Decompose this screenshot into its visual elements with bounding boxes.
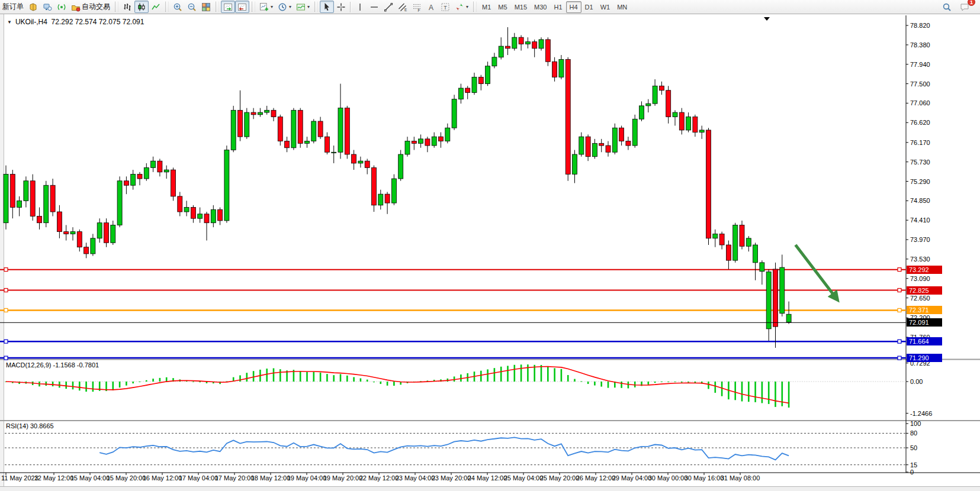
time-axis-label: 26 May 12:00 xyxy=(576,474,616,482)
vline-icon xyxy=(355,2,365,12)
arrows-button[interactable]: ▾ xyxy=(452,1,471,13)
price-tick-label: 75.290 xyxy=(910,178,930,185)
template-icon xyxy=(296,2,306,12)
toolbar-right-icons: 1 xyxy=(940,1,980,13)
dropdown-caret-icon[interactable]: ▾ xyxy=(271,4,273,9)
price-tag-72.091: 72.091 xyxy=(907,318,942,327)
line-handle[interactable] xyxy=(898,268,901,272)
new-chart-button[interactable]: ▾ xyxy=(257,1,275,13)
trendline-button[interactable] xyxy=(381,1,396,13)
timeframe-m30-button[interactable]: M30 xyxy=(531,1,550,13)
dropdown-caret-icon[interactable]: ▾ xyxy=(289,4,291,9)
price-tick-label: 73.530 xyxy=(910,256,930,263)
chart-shift-button[interactable] xyxy=(235,1,249,13)
auto-scroll-button[interactable] xyxy=(221,1,235,13)
line-handle[interactable] xyxy=(4,340,8,343)
chat-button[interactable]: 1 xyxy=(957,1,972,13)
chevron-down-icon[interactable]: ▼ xyxy=(7,20,12,25)
toolbar-separator xyxy=(350,2,351,12)
time-axis-label: 17 May 04:00 xyxy=(179,474,219,482)
toolbar-grip[interactable] xyxy=(115,2,118,12)
timeframe-mn-button[interactable]: MN xyxy=(613,1,631,13)
price-tick-label: 77.500 xyxy=(910,80,930,88)
toolbar-grip[interactable] xyxy=(314,2,318,12)
line-handle[interactable] xyxy=(4,289,8,292)
candlestick-series xyxy=(4,27,791,348)
toolbar-grip[interactable] xyxy=(165,2,169,12)
timeframe-d1-button[interactable]: D1 xyxy=(581,1,597,13)
timeframe-m15-button[interactable]: M15 xyxy=(511,1,531,13)
signals-button[interactable] xyxy=(54,1,69,13)
price-tick-label: 76.170 xyxy=(910,139,930,146)
terminal-button[interactable] xyxy=(40,1,54,13)
search-icon xyxy=(942,2,952,12)
bar-chart-button[interactable] xyxy=(120,1,134,13)
macd-histogram xyxy=(5,364,790,408)
rsi-tick-label: 15 xyxy=(910,461,917,469)
time-axis-label: 12 May 12:00 xyxy=(34,474,74,482)
line-handle[interactable] xyxy=(4,308,8,312)
period-button[interactable]: ▾ xyxy=(275,1,294,13)
zoom-in-button[interactable] xyxy=(171,1,185,13)
ohlc-values-label: 72.292 72.574 72.075 72.091 xyxy=(52,18,144,26)
timeframe-w1-button[interactable]: W1 xyxy=(597,1,614,13)
time-axis-label: 19 May 20:00 xyxy=(323,474,363,482)
equidistant-channel-button[interactable]: E xyxy=(396,1,410,13)
toolbar-grip[interactable] xyxy=(473,2,477,12)
time-axis-label: 23 May 20:00 xyxy=(432,474,471,482)
timeframe-h1-button[interactable]: H1 xyxy=(550,1,565,13)
autotrading-button[interactable]: 自动交易 xyxy=(69,1,113,13)
crosshair-button[interactable] xyxy=(334,1,348,13)
toolbar-grip[interactable] xyxy=(252,2,255,12)
line-chart-button[interactable] xyxy=(149,1,163,13)
line-handle[interactable] xyxy=(4,356,8,360)
clock-icon xyxy=(278,2,287,12)
cursor-button[interactable] xyxy=(320,1,334,13)
vertical-line-button[interactable] xyxy=(353,1,367,13)
chart-title: ▼UKOil-,H4 72.292 72.574 72.075 72.091 xyxy=(7,18,144,26)
market-watch-button[interactable] xyxy=(26,1,40,13)
symbol-period-label: UKOil-,H4 xyxy=(15,18,47,26)
template-button[interactable]: ▾ xyxy=(294,1,312,13)
trendline-icon xyxy=(384,2,393,12)
price-line-71.664[interactable] xyxy=(0,340,906,343)
price-line-73.292[interactable] xyxy=(0,268,906,272)
new-order-button-label: 新订单 xyxy=(2,2,24,12)
timeframe-h4-button[interactable]: H4 xyxy=(566,1,581,13)
candlestick-button[interactable] xyxy=(134,1,149,13)
zoom-out-button[interactable] xyxy=(185,1,199,13)
horizontal-line-button[interactable] xyxy=(367,1,381,13)
scroll-marker-icon xyxy=(764,17,770,21)
timeframe-m5-button[interactable]: M5 xyxy=(494,1,510,13)
tile-windows-button[interactable] xyxy=(199,1,213,13)
price-tick-label: 77.940 xyxy=(910,61,930,68)
zoom-in-icon xyxy=(173,2,182,12)
macd-indicator-label: MACD(12,26,9) -1.1568 -0.7801 xyxy=(6,361,99,369)
line-handle[interactable] xyxy=(898,340,901,343)
macd-signal-line xyxy=(6,367,789,403)
text-label-button[interactable]: T xyxy=(438,1,452,13)
trend-arrow[interactable] xyxy=(795,245,837,299)
timeframe-m1-button[interactable]: M1 xyxy=(478,1,494,13)
svg-text:A: A xyxy=(429,3,433,11)
chart-shift-icon xyxy=(237,2,247,12)
terminal-icon xyxy=(43,2,52,12)
letter-a-icon: A xyxy=(426,2,436,12)
dropdown-caret-icon[interactable]: ▾ xyxy=(307,4,310,9)
line-handle[interactable] xyxy=(4,268,8,272)
line-handle[interactable] xyxy=(898,356,901,360)
line-handle[interactable] xyxy=(898,308,901,312)
price-tick-label: 76.620 xyxy=(910,119,930,126)
text-button[interactable]: A xyxy=(424,1,438,13)
candlestick-icon xyxy=(137,2,146,12)
dropdown-caret-icon[interactable]: ▾ xyxy=(466,4,468,9)
rsi-tick-label: 80 xyxy=(910,429,917,437)
toolbar-grip[interactable] xyxy=(216,2,219,12)
line-handle[interactable] xyxy=(898,289,901,292)
rsi-tick-label: 0 xyxy=(910,469,914,476)
fibonacci-button[interactable]: F xyxy=(410,1,424,13)
search-button[interactable] xyxy=(940,1,954,13)
price-tick-label: 77.060 xyxy=(910,99,930,106)
hline-icon xyxy=(369,2,379,12)
new-order-button[interactable]: 新订单 xyxy=(0,1,26,13)
